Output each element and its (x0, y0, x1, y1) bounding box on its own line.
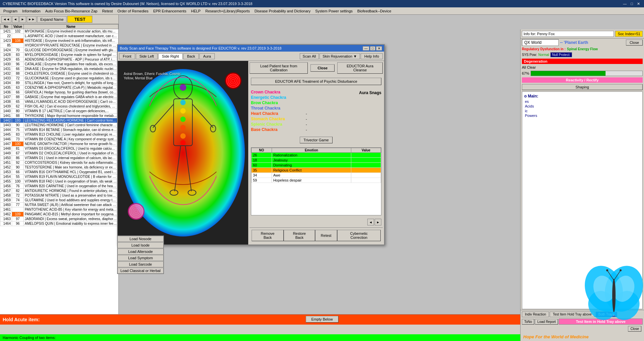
bsw-maximize-button[interactable]: □ (370, 46, 375, 51)
table-row[interactable]: 144583VITAMIN B13 CHOLINE | Liver regula… (0, 132, 118, 137)
bsw-close-x-button[interactable]: ✕ (376, 46, 382, 51)
bsw-close-button[interactable]: Close (310, 64, 335, 72)
table-row[interactable]: 143962FISH OIL-A2 | Can id excess choles… (0, 104, 118, 109)
table-row[interactable]: 1442193LEUTINIZING RELEASING HORMONE | C… (0, 118, 118, 123)
next-button[interactable]: ►► (27, 16, 37, 23)
table-row[interactable]: 146077NUTRA SWEET (ALR) | Artificial swe… (0, 203, 118, 207)
table-row[interactable]: 1461PANTOTHENIC ACID-B5 | Key vitamin fo… (0, 207, 118, 212)
tab-aura[interactable]: Aura (199, 53, 214, 59)
table-row[interactable]: 145974GLUTAMINE | Used in food additives… (0, 198, 118, 203)
emotion-row[interactable]: 26Rationalization (252, 153, 381, 158)
tab-front[interactable]: Front (119, 53, 135, 59)
menu-disease[interactable]: Disease Probability and Dictionary (253, 8, 313, 14)
table-row[interactable]: 145872POTASSIUM NITRATE | Used as a pres… (0, 193, 118, 198)
rp-shaping-button[interactable]: Shaping (522, 84, 643, 90)
menu-system-power[interactable]: System Power settings (313, 8, 355, 14)
table-row[interactable]: 146496AMELOPSIS QUIN | Emotional inabili… (0, 221, 118, 226)
table-row[interactable]: 145086VITAMIN D1 | Used in internal regu… (0, 156, 118, 160)
prev-prev-button[interactable]: ◄◄ (1, 16, 11, 23)
table-row[interactable]: 143666GRATIOLA | Hedge hyssop, for gushi… (0, 90, 118, 95)
bsw-minimize-button[interactable]: — (363, 46, 369, 51)
table-row[interactable]: 144881VITAMIN D3 ERGOCALCIFEROL | Used t… (0, 146, 118, 151)
table-row[interactable]: 144080VITAMIN B 17 LAETRILE | Can id oxy… (0, 109, 118, 114)
menu-biofeedback[interactable]: Biofeedback--Device (355, 8, 393, 14)
emotions-next-button[interactable]: ► (375, 219, 381, 225)
table-row[interactable]: 85HYDROXYPYRUVATE REDUCTASE | Enzyme inv… (0, 43, 118, 48)
load-patient-button[interactable]: Load Patient face from Calibration (250, 62, 308, 74)
load-sarcode-button[interactable]: Load Sarcode (117, 261, 164, 267)
table-row[interactable]: 143788GABASE | Enzyme that regulates GAB… (0, 95, 118, 99)
table-row[interactable]: 1421102MYOKINASE | Enzyme involved in mu… (0, 29, 118, 34)
table-row[interactable]: 146397JABORANDI | Excess sweat, perspira… (0, 217, 118, 221)
prev-button[interactable]: ◄ (12, 16, 19, 23)
trivector-game-button[interactable]: Trivector Game (300, 137, 332, 143)
tab-side-right[interactable]: Side Right (158, 53, 183, 59)
rp-close-button[interactable]: Close (626, 40, 643, 46)
load-symptom-button[interactable]: Load Symptom (117, 255, 164, 261)
tab-back[interactable]: Back (183, 53, 199, 59)
table-row[interactable]: 1462109PANGAMIC ACID-B15 | Methyl donor … (0, 212, 118, 217)
menu-help[interactable]: HELP (189, 8, 203, 14)
table-row[interactable]: 144967VITAMIN D2 CHOLECALCIFEROL | Used … (0, 151, 118, 156)
aura-cleanse-button[interactable]: EDUCTOR Aura Cleanse (337, 62, 383, 74)
cybernetic-correction-button[interactable]: Cybernetic Correction (337, 230, 381, 241)
emotion-row[interactable]: 34Awe (252, 173, 381, 178)
play-button[interactable]: ► (19, 16, 26, 23)
close-button[interactable]: ✕ (636, 2, 641, 6)
table-row[interactable]: 143489STILLINGEA | Yaw root, Queen's del… (0, 81, 118, 85)
emotion-row[interactable]: 60Dominating (252, 163, 381, 168)
table-row[interactable]: 145290TESTOSTERONE | Male sex hormone, i… (0, 165, 118, 170)
restore-back-button[interactable]: Restore Back (284, 230, 315, 241)
table-row[interactable]: 145455VITAMIN B19 FLAVIN MONONUCLEOTIDE … (0, 175, 118, 179)
retest-button[interactable]: Retest (315, 230, 337, 241)
emotion-row[interactable]: 35Religious Conflict (252, 168, 381, 173)
load-altersode-button[interactable]: Load Altersode (117, 249, 164, 255)
table-row[interactable]: 1447100NERVE GROWTH FACTOR | Hormone for… (0, 142, 118, 146)
menu-information[interactable]: Information (20, 8, 42, 14)
load-isode-button[interactable]: Load Isode (117, 242, 164, 248)
table-row[interactable]: 143865VANILLYLMANDELIC ACID DEHYDROGENAS… (0, 99, 118, 104)
load-nosode-button[interactable]: Load Nosode (117, 236, 164, 242)
data-table[interactable]: No Value Name 1421102MYOKINASE | Enzyme … (0, 24, 118, 341)
table-row[interactable]: 142470GLUCOSE DEHYDROGENASE | Enzyme inv… (0, 48, 118, 53)
menu-epr[interactable]: EPR Enhancements (151, 8, 188, 14)
table-row[interactable]: 143288CHOLESTEROL OXIDASE | Enzyme used … (0, 71, 118, 76)
table-row[interactable]: 143563COENZYME A-DIPHOSPHATE (CoA-P) | M… (0, 85, 118, 90)
remove-back-button[interactable]: Remove Back (252, 230, 284, 241)
emotion-row[interactable]: 18Jealousy (252, 158, 381, 163)
table-row[interactable]: 145676VITAMIN B20 CARNITINE | Used in ox… (0, 184, 118, 189)
scan-all-button[interactable]: Scan All (300, 53, 319, 59)
menu-retest[interactable]: Retest (100, 8, 115, 14)
help-info-button[interactable]: Help Info (361, 53, 383, 59)
emotion-row[interactable]: 59Hopeless despair (252, 178, 381, 183)
pink-circle-button[interactable] (128, 203, 145, 220)
table-row[interactable]: 142883MYELOPEROXIDASE | Enzyme made in s… (0, 53, 118, 57)
menu-research[interactable]: Research+(Library)Reports (203, 8, 252, 14)
table-row[interactable]: 145366VITAMIN B16 OXYTHIAMINE HCL | Oxyg… (0, 170, 118, 175)
maximize-button[interactable]: □ (629, 2, 634, 6)
table-row[interactable]: 22L-ASPARTIC ACID | Used in nutrasweet m… (0, 34, 118, 39)
emotions-prev-button[interactable]: ◄ (367, 219, 374, 225)
expand-name-button[interactable]: Expand Name (37, 16, 67, 23)
table-row[interactable]: 142965ADENOSINE-5-DIPHOSPHATE - ADP | Pr… (0, 57, 118, 62)
table-row[interactable]: 144673VITAMIN B8 COENZYME A | Key compon… (0, 137, 118, 142)
skin-rejuvenation-button[interactable]: Skin Rejuvenation ▼ (319, 53, 360, 59)
table-row[interactable]: 1455100VITAMIN B18 FAD | Used in oxygena… (0, 179, 118, 184)
load-classical-herbal-button[interactable]: Load Classical or Herbal (117, 268, 164, 274)
red-circle-button[interactable] (225, 72, 242, 89)
minimize-button[interactable]: — (622, 2, 628, 6)
table-row[interactable]: 143372GLUCOKINASE | Enzyme used in gluco… (0, 76, 118, 81)
menu-auto-focus[interactable]: Auto Focus Bio-Resonance Zap (43, 8, 99, 14)
table-row[interactable]: 144390LEUTINIZING HORMONE | Can't contro… (0, 123, 118, 128)
tab-side-left[interactable]: Side Left (136, 53, 158, 59)
table-row[interactable]: 144475VITAMIN B14 BETAINE | Stomach regu… (0, 128, 118, 132)
menu-order-remedies[interactable]: Order of Remedies (115, 8, 151, 14)
empty-below-button[interactable]: Empty Below (305, 316, 338, 323)
eductor-afe-button[interactable]: EDUCTOR AFE Treatment of Psychic Disturb… (251, 78, 381, 85)
table-row[interactable]: 145782ANTIDIURETIC HORMONE | Found in an… (0, 189, 118, 193)
emotions-table[interactable]: NO Emotion Value 26Rationalization18Jeal… (251, 147, 381, 215)
load-report-button[interactable]: Load Report (535, 319, 558, 325)
to-no-button[interactable]: ToNo (522, 319, 534, 325)
table-row[interactable]: 143096CATALASE | Enzyme that regulates f… (0, 62, 118, 67)
table-row[interactable]: 143166DNA ASE | Enzyme for DNA regulatio… (0, 67, 118, 71)
